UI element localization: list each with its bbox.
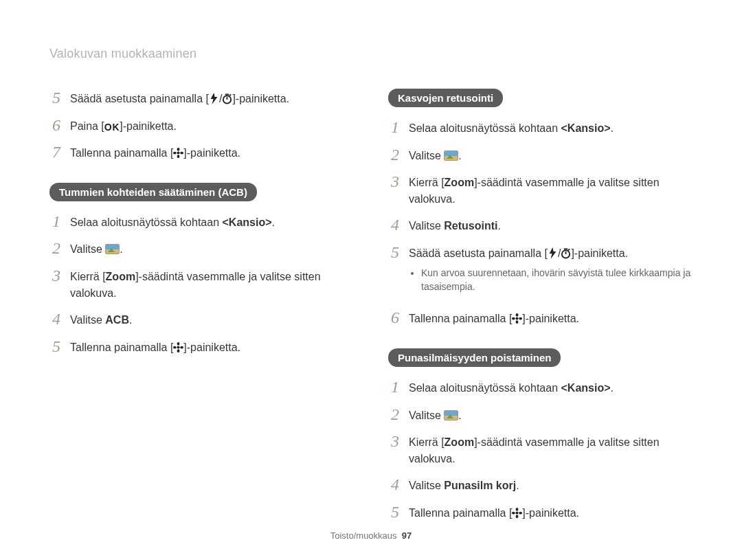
timer-icon <box>222 93 232 104</box>
step-number: 3 <box>388 432 402 451</box>
step-text: Valitse Retusointi. <box>409 216 693 234</box>
step-text: Tallenna painamalla []-painiketta. <box>409 309 693 327</box>
bold-label: Zoom <box>445 436 475 448</box>
redeye-steps: 1Selaa aloitusnäytössä kohtaan <Kansio>.… <box>388 378 693 522</box>
section-heading-retouch: Kasvojen retusointi <box>388 89 503 107</box>
step-item: 1Selaa aloitusnäytössä kohtaan <Kansio>. <box>388 118 693 137</box>
step-number: 4 <box>388 475 402 495</box>
step-number: 2 <box>388 146 402 165</box>
step-item: 1Selaa aloitusnäytössä kohtaan <Kansio>. <box>49 212 354 232</box>
step-text: Selaa aloitusnäytössä kohtaan <Kansio>. <box>70 212 354 231</box>
page-number: 97 <box>402 530 412 541</box>
step-number: 2 <box>388 405 402 425</box>
macro-icon <box>512 507 522 519</box>
left-column: 5Säädä asetusta painamalla [/]-painikett… <box>49 89 354 530</box>
step-item: 2Valitse . <box>388 146 693 165</box>
acb-steps: 1Selaa aloitusnäytössä kohtaan <Kansio>.… <box>49 212 354 356</box>
step-item: 4Valitse Punasilm korj. <box>388 475 693 495</box>
album-thumbnail-icon <box>105 244 120 254</box>
step-item: 4Valitse Retusointi. <box>388 216 693 235</box>
bold-label: Zoom <box>106 271 136 282</box>
step-number: 6 <box>388 309 402 328</box>
step-number: 1 <box>388 378 402 397</box>
step-item: 5Tallenna painamalla []-painiketta. <box>388 503 693 522</box>
album-thumbnail-icon <box>444 410 458 421</box>
step-number: 1 <box>49 212 63 232</box>
section-heading-acb: Tummien kohteiden säätäminen (ACB) <box>49 183 257 201</box>
step-item: 4Valitse ACB. <box>49 310 354 329</box>
bold-label: Retusointi <box>444 220 497 232</box>
step-item: 1Selaa aloitusnäytössä kohtaan <Kansio>. <box>388 378 693 397</box>
step-text: Valitse Punasilm korj. <box>409 475 693 494</box>
step-item: 3Kierrä [Zoom]-säädintä vasemmalle ja va… <box>388 172 693 208</box>
step-item: 5Säädä asetusta painamalla [/]-painikett… <box>49 89 354 108</box>
step-item: 2Valitse . <box>49 239 354 258</box>
step-text: Valitse . <box>70 239 354 258</box>
step-item: 2Valitse . <box>388 405 693 425</box>
timer-icon <box>561 247 571 259</box>
step-number: 1 <box>388 118 402 137</box>
step-item: 3Kierrä [Zoom]-säädintä vasemmalle ja va… <box>388 432 693 467</box>
bold-label: <Kansio> <box>222 216 271 228</box>
macro-icon <box>173 341 183 353</box>
step-number: 5 <box>49 89 63 108</box>
ok-icon: OK <box>104 120 120 135</box>
step-text: Kierrä [Zoom]-säädintä vasemmalle ja val… <box>70 267 354 302</box>
flash-icon <box>548 247 558 259</box>
retouch-steps: 1Selaa aloitusnäytössä kohtaan <Kansio>.… <box>388 118 693 328</box>
bold-label: <Kansio> <box>561 122 610 134</box>
page-title: Valokuvan muokkaaminen <box>49 47 693 61</box>
flash-icon <box>209 93 219 104</box>
step-text: Kierrä [Zoom]-säädintä vasemmalle ja val… <box>409 172 693 208</box>
step-text: Selaa aloitusnäytössä kohtaan <Kansio>. <box>409 378 693 396</box>
step-number: 4 <box>49 310 63 329</box>
step-number: 4 <box>388 216 402 235</box>
note-bullet: Kun arvoa suurennetaan, ihovärin sävyist… <box>421 266 693 294</box>
step-item: 5Tallenna painamalla []-painiketta. <box>49 337 354 357</box>
step-number: 3 <box>49 267 63 286</box>
step-text: Tallenna painamalla []-painiketta. <box>70 337 354 356</box>
note-bullets: Kun arvoa suurennetaan, ihovärin sävyist… <box>409 266 693 294</box>
section-heading-redeye: Punasilmäisyyden poistaminen <box>388 348 561 367</box>
two-column-layout: 5Säädä asetusta painamalla [/]-painikett… <box>49 89 693 530</box>
step-number: 6 <box>49 116 63 135</box>
album-thumbnail-icon <box>444 150 458 161</box>
step-text: Säädä asetusta painamalla [/]-painiketta… <box>70 89 354 107</box>
manual-page: Valokuvan muokkaaminen 5Säädä asetusta p… <box>0 0 742 560</box>
step-text: Valitse . <box>409 146 693 164</box>
step-item: 6Paina [OK]-painiketta. <box>49 116 354 135</box>
step-text: Kierrä [Zoom]-säädintä vasemmalle ja val… <box>409 432 693 467</box>
step-item: 5Säädä asetusta painamalla [/]-painikett… <box>388 243 693 301</box>
step-number: 3 <box>388 172 402 192</box>
bold-label: Zoom <box>445 177 475 188</box>
step-number: 2 <box>49 239 63 258</box>
bold-label: <Kansio> <box>561 382 610 394</box>
bold-label: Punasilm korj <box>444 480 516 491</box>
step-text: Säädä asetusta painamalla [/]-painiketta… <box>409 243 693 301</box>
bold-label: ACB <box>105 314 129 326</box>
right-column: Kasvojen retusointi 1Selaa aloitusnäytös… <box>388 89 693 530</box>
step-item: 7Tallenna painamalla []-painiketta. <box>49 143 354 162</box>
macro-icon <box>173 147 183 159</box>
step-item: 3Kierrä [Zoom]-säädintä vasemmalle ja va… <box>49 267 354 302</box>
step-text: Selaa aloitusnäytössä kohtaan <Kansio>. <box>409 118 693 137</box>
macro-icon <box>512 313 522 324</box>
step-number: 5 <box>49 337 63 357</box>
step-text: Tallenna painamalla []-painiketta. <box>70 143 354 161</box>
footer-section: Toisto/muokkaus <box>330 530 397 541</box>
step-text: Valitse ACB. <box>70 310 354 328</box>
step-text: Paina [OK]-painiketta. <box>70 116 354 135</box>
step-number: 7 <box>49 143 63 162</box>
page-footer: Toisto/muokkaus 97 <box>0 530 742 541</box>
step-item: 6Tallenna painamalla []-painiketta. <box>388 309 693 328</box>
continued-steps: 5Säädä asetusta painamalla [/]-painikett… <box>49 89 354 162</box>
step-text: Valitse . <box>409 405 693 424</box>
step-number: 5 <box>388 503 402 522</box>
step-text: Tallenna painamalla []-painiketta. <box>409 503 693 522</box>
step-number: 5 <box>388 243 402 262</box>
